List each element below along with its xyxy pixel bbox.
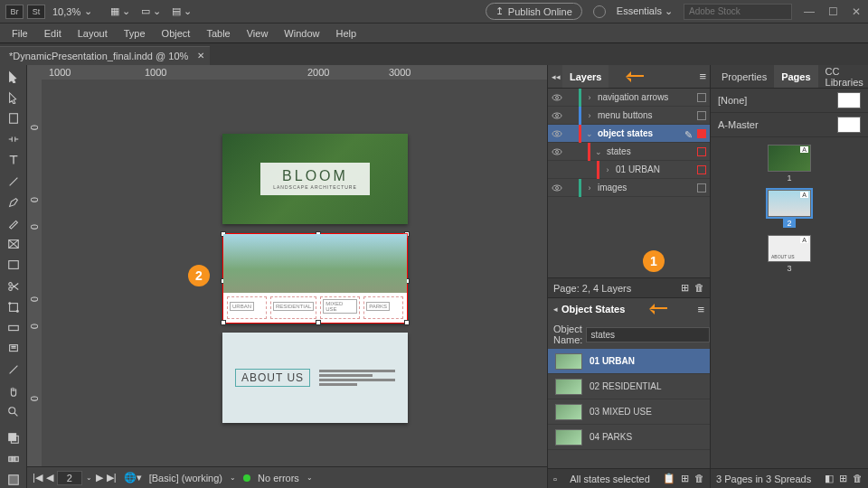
rectangle-tool[interactable] (5, 258, 22, 273)
object-states-panel: ◂ Object States ≡ Object Name: ⇅ 01 URBA… (548, 297, 710, 488)
visibility-icon[interactable] (552, 183, 562, 193)
direct-selection-tool[interactable] (5, 89, 22, 105)
a-master-row[interactable]: A-Master (711, 113, 868, 137)
preflight-errors[interactable]: No errors (258, 473, 299, 483)
minimize-icon[interactable]: — (803, 6, 816, 17)
page-item[interactable]: AABOUT US3 (768, 235, 811, 273)
maximize-icon[interactable]: ☐ (826, 6, 839, 17)
page-thumbnail-1[interactable]: BLOOM LANDSCAPE ARCHITECTURE (222, 134, 408, 224)
pages-tab[interactable]: Pages (774, 65, 817, 88)
close-icon[interactable]: ✕ (850, 6, 863, 17)
hand-tool[interactable] (5, 383, 22, 399)
view-options-icon[interactable]: ▦ ⌄ (110, 5, 130, 17)
menu-help[interactable]: Help (327, 28, 364, 39)
document-tab[interactable]: *DynamicPresentation_final.indd @ 10% ✕ (0, 46, 210, 65)
eyedropper-tool[interactable] (5, 362, 22, 378)
type-tool[interactable] (5, 153, 22, 168)
chevron-down-icon[interactable]: ⌄ (84, 5, 92, 17)
delete-page-icon[interactable]: 🗑 (853, 473, 863, 484)
menu-file[interactable]: File (4, 28, 36, 39)
zoom-tool[interactable] (5, 404, 22, 419)
state-item[interactable]: 04 PARKS (548, 425, 710, 450)
state-item[interactable]: 01 URBAN (548, 349, 710, 374)
page-tool[interactable] (5, 110, 22, 126)
object-states-tab[interactable]: Object States (561, 304, 625, 314)
state-item[interactable]: 02 RESIDENTIAL (548, 374, 710, 399)
zoom-level[interactable]: 10,3% (52, 6, 80, 17)
collapse-icon[interactable]: ◂ (553, 305, 558, 314)
last-page-icon[interactable]: ▶| (107, 472, 117, 483)
selection-tool[interactable] (5, 69, 22, 84)
new-page-icon[interactable]: ⊞ (839, 473, 847, 484)
paste-state-icon[interactable]: 📋 (663, 473, 675, 484)
state-item[interactable]: 03 MIXED USE (548, 399, 710, 425)
visibility-icon[interactable] (552, 146, 562, 157)
pencil-tool[interactable] (5, 215, 22, 230)
fill-stroke-swatch[interactable] (5, 430, 22, 446)
gap-tool[interactable] (5, 132, 22, 147)
free-transform-tool[interactable] (5, 299, 22, 314)
svg-point-19 (552, 113, 561, 118)
layer-row[interactable]: ›menu buttons (548, 107, 710, 125)
delete-state-icon[interactable]: 🗑 (694, 473, 704, 484)
workspace-switcher[interactable]: Essentials ⌄ (617, 5, 673, 17)
delete-layer-icon[interactable]: 🗑 (694, 282, 704, 294)
visibility-icon[interactable] (552, 110, 562, 121)
object-name-input[interactable] (586, 327, 710, 343)
preview-spread-icon[interactable]: ▫ (553, 474, 557, 484)
menu-view[interactable]: View (239, 28, 277, 39)
page-item[interactable]: A1 (768, 145, 811, 183)
panel-menu-icon[interactable]: ≡ (697, 303, 704, 316)
layers-objectstates-panel-group: ◂◂ Layers ≡ ›navigation arrows ›menu but… (547, 65, 710, 488)
layer-row[interactable]: ›navigation arrows (548, 89, 710, 107)
cc-libraries-tab[interactable]: CC Libraries (818, 65, 868, 88)
arrange-icon[interactable]: ▤ ⌄ (172, 5, 192, 17)
new-layer-icon[interactable]: ⊞ (681, 282, 689, 294)
layer-row[interactable]: ›01 URBAN (548, 161, 710, 179)
new-state-icon[interactable]: ⊞ (681, 473, 689, 484)
first-page-icon[interactable]: |◀ (33, 472, 42, 483)
line-tool[interactable] (5, 174, 22, 189)
menu-window[interactable]: Window (276, 28, 327, 39)
page-number-field[interactable]: 2 (57, 471, 82, 485)
pen-tool[interactable] (5, 194, 22, 210)
page-thumbnail-3[interactable]: ABOUT US (222, 333, 408, 423)
menu-layout[interactable]: Layout (70, 28, 116, 39)
note-tool[interactable] (5, 342, 22, 357)
color-theme-tool[interactable] (5, 452, 22, 467)
screen-mode-icon[interactable]: ▭ ⌄ (141, 5, 161, 17)
learn-icon[interactable] (593, 5, 606, 18)
layer-row-selected[interactable]: ⌄object states✎ (548, 125, 710, 143)
bridge-icon[interactable]: Br (5, 5, 24, 19)
collapse-panel-icon[interactable]: ◂◂ (552, 72, 561, 81)
menu-bar: File Edit Layout Type Object Table View … (0, 23, 868, 43)
scissors-tool[interactable] (5, 278, 22, 294)
publish-online-button[interactable]: ↥Publish Online (486, 3, 582, 20)
layers-tab[interactable]: Layers (562, 65, 609, 88)
visibility-icon[interactable] (552, 128, 562, 139)
layer-row[interactable]: ⌄states (548, 143, 710, 161)
panel-menu-icon[interactable]: ≡ (699, 70, 706, 83)
none-master-row[interactable]: [None] (711, 89, 868, 113)
menu-type[interactable]: Type (116, 28, 154, 39)
document-canvas[interactable]: 1000 1000 2000 3000 010 010 010 BLOOM LA… (27, 65, 547, 488)
properties-tab[interactable]: Properties (714, 65, 774, 88)
close-tab-icon[interactable]: ✕ (197, 51, 204, 61)
next-page-icon[interactable]: ▶ (96, 472, 103, 483)
rectangle-frame-tool[interactable] (5, 237, 22, 252)
page-thumbnail-2[interactable]: URBAN RESIDENTIAL MIXED USE PARKS (222, 233, 408, 324)
layer-row[interactable]: ›images (548, 179, 710, 197)
prev-page-icon[interactable]: ◀ (46, 472, 53, 483)
page-item[interactable]: A2 (768, 190, 811, 228)
open-bridge-icon[interactable]: 🌐▾ (124, 472, 142, 483)
gradient-tool[interactable] (5, 320, 22, 335)
menu-edit[interactable]: Edit (36, 28, 70, 39)
preflight-profile[interactable]: [Basic] (working) (149, 473, 222, 483)
stock-icon[interactable]: St (27, 5, 45, 19)
edit-page-size-icon[interactable]: ◧ (825, 473, 834, 484)
visibility-icon[interactable] (552, 92, 562, 103)
menu-object[interactable]: Object (154, 28, 199, 39)
menu-table[interactable]: Table (198, 28, 238, 39)
stock-search-input[interactable] (684, 4, 792, 20)
view-mode-tool[interactable] (5, 473, 22, 488)
